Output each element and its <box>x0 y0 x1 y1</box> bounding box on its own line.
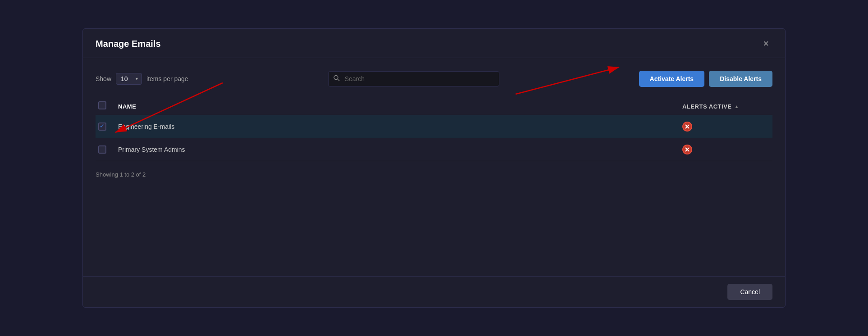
modal-title: Manage Emails <box>96 39 161 49</box>
search-icon <box>333 75 340 83</box>
row-2-checkbox[interactable] <box>98 145 106 154</box>
table-row: Primary System Admins <box>96 138 772 161</box>
row-checkbox-2 <box>96 145 118 154</box>
search-container <box>328 71 499 86</box>
alert-inactive-icon-2 <box>682 145 692 154</box>
items-per-page-label: items per page <box>146 75 188 82</box>
sort-icon: ▲ <box>735 104 739 109</box>
table-header: NAME ALERTS ACTIVE ▲ <box>96 98 772 115</box>
select-all-checkbox[interactable] <box>98 101 106 109</box>
column-header-name: NAME <box>118 103 682 110</box>
table-row: Engineering E-mails <box>96 115 772 138</box>
modal-header: Manage Emails × <box>83 29 785 58</box>
search-input[interactable] <box>328 71 499 86</box>
close-button[interactable]: × <box>759 37 772 50</box>
toolbar: Show 10 25 50 100 items per page <box>96 71 772 87</box>
manage-emails-modal: Manage Emails × Show 10 25 50 100 items … <box>82 28 786 308</box>
annotation-arrows <box>83 58 785 276</box>
cancel-button[interactable]: Cancel <box>727 284 772 300</box>
row-2-alerts <box>682 145 772 154</box>
toolbar-left: Show 10 25 50 100 items per page <box>96 73 188 85</box>
pagination-info: Showing 1 to 2 of 2 <box>96 171 772 178</box>
row-2-name: Primary System Admins <box>118 146 682 153</box>
svg-line-1 <box>338 79 339 81</box>
column-header-alerts: ALERTS ACTIVE ▲ <box>682 103 772 110</box>
row-1-name: Engineering E-mails <box>118 123 682 130</box>
row-1-checkbox[interactable] <box>98 123 106 131</box>
header-checkbox-col <box>96 101 118 111</box>
show-label: Show <box>96 75 111 82</box>
row-1-alerts <box>682 122 772 132</box>
toolbar-right: Activate Alerts Disable Alerts <box>639 71 772 87</box>
per-page-wrapper: 10 25 50 100 <box>116 73 142 85</box>
modal-footer: Cancel <box>83 276 785 307</box>
activate-alerts-button[interactable]: Activate Alerts <box>639 71 705 87</box>
alert-inactive-icon-1 <box>682 122 692 132</box>
email-table: NAME ALERTS ACTIVE ▲ Engineering E-mails <box>96 98 772 161</box>
per-page-select[interactable]: 10 25 50 100 <box>116 73 142 85</box>
row-checkbox-1 <box>96 123 118 131</box>
toolbar-center <box>188 71 639 86</box>
disable-alerts-button[interactable]: Disable Alerts <box>709 71 772 87</box>
modal-body: Show 10 25 50 100 items per page <box>83 58 785 276</box>
